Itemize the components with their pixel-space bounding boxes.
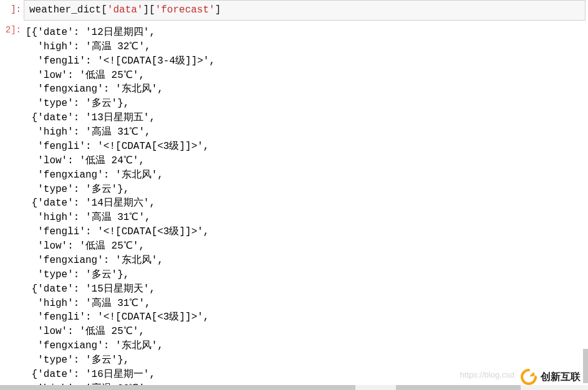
output-line: 'type': '多云'},: [26, 183, 584, 197]
output-line: 'fengli': '<![CDATA[3-4级]]>',: [26, 54, 584, 69]
vertical-scrollbar-thumb[interactable]: [583, 349, 588, 383]
code-input-area[interactable]: weather_dict['data']['forecast']: [24, 0, 586, 21]
output-line: 'type': '多云'},: [26, 268, 584, 282]
output-line: 'low': '低温 25℃',: [26, 69, 584, 83]
output-line: 'type': '多云'},: [26, 353, 584, 368]
output-line: 'high': '高温 31℃',: [26, 297, 584, 311]
output-prompt: 2]:: [0, 21, 24, 36]
output-line: 'fengxiang': '东北风',: [26, 254, 584, 268]
output-line: 'fengxiang': '东北风',: [26, 168, 584, 183]
output-line: 'fengli': '<![CDATA[<3级]]>',: [26, 225, 584, 239]
output-line: 'type': '多云'},: [26, 97, 584, 111]
output-line: {'date': '16日星期一',: [26, 368, 584, 382]
output-line: 'fengli': '<![CDATA[<3级]]>',: [26, 310, 584, 325]
code-key-data: 'data': [107, 4, 143, 16]
input-prompt: ]:: [0, 0, 24, 16]
output-line: 'high': '高温 31℃',: [26, 125, 584, 140]
output-line: {'date': '15日星期天',: [26, 282, 584, 297]
output-line: 'high': '高温 31℃',: [26, 211, 584, 225]
horizontal-scrollbar-thumb-secondary[interactable]: [396, 385, 521, 390]
output-line: {'date': '13日星期五',: [26, 111, 584, 125]
output-line: 'low': '低温 25℃',: [26, 239, 584, 254]
output-cell-row: 2]: [{'date': '12日星期四', 'high': '高温 32℃'…: [0, 21, 588, 390]
output-line: 'high': '高温 32℃',: [26, 40, 584, 54]
output-line: [{'date': '12日星期四',: [26, 26, 584, 40]
code-variable: weather_dict: [29, 4, 101, 16]
output-line: 'low': '低温 25℃',: [26, 325, 584, 339]
output-line: 'low': '低温 24℃',: [26, 154, 584, 168]
output-line: {'date': '14日星期六',: [26, 196, 584, 211]
code-key-forecast: 'forecast': [155, 4, 215, 16]
horizontal-scrollbar-thumb[interactable]: [0, 385, 355, 390]
output-line: 'fengxiang': '东北风',: [26, 339, 584, 353]
output-line: 'fengli': '<![CDATA[<3级]]>',: [26, 140, 584, 154]
output-text: [{'date': '12日星期四', 'high': '高温 32℃', 'f…: [24, 21, 588, 390]
output-line: 'fengxiang': '东北风',: [26, 82, 584, 97]
input-cell-row: ]: weather_dict['data']['forecast']: [0, 0, 588, 21]
